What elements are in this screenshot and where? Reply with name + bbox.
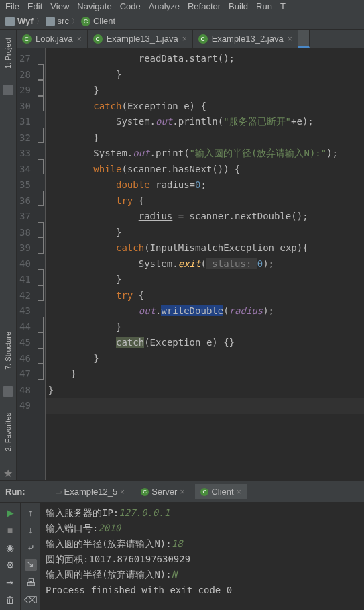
close-icon[interactable]: × xyxy=(237,487,241,497)
down-icon[interactable]: ↓ xyxy=(25,524,37,536)
print-icon[interactable]: 🖶 xyxy=(25,576,37,589)
trash-icon[interactable]: 🗑 xyxy=(4,594,16,606)
tab-example13-1[interactable]: C Example13_1.java × xyxy=(88,30,193,48)
tool-favorites[interactable]: 2: Favorites xyxy=(3,410,13,454)
tab-label: Look.java xyxy=(36,34,73,44)
close-icon[interactable]: × xyxy=(120,487,125,497)
scroll-icon[interactable]: ⇲ xyxy=(25,559,37,571)
class-icon: C xyxy=(22,34,32,44)
menu-analyze[interactable]: Analyze xyxy=(149,1,180,11)
console-output[interactable]: 输入服务器的IP:127.0.0.1输入端口号:2010输入圆的半径(放弃请输入… xyxy=(40,503,364,610)
left-sidebar: 1: Project 7: Structure 2: Favorites ★ xyxy=(0,30,17,480)
close-icon[interactable]: × xyxy=(182,34,187,44)
breadcrumb-project[interactable]: Wyf xyxy=(17,16,34,26)
star-icon[interactable]: ★ xyxy=(3,467,13,480)
run-tab-label: Example12_5 xyxy=(64,487,118,497)
run-panel: Run: ▭ Example12_5 × C Server × C Client… xyxy=(0,480,364,610)
run-tab-client[interactable]: C Client × xyxy=(195,484,246,499)
class-icon: C xyxy=(198,34,208,44)
close-icon[interactable]: × xyxy=(288,34,292,44)
menu-more[interactable]: T xyxy=(280,1,286,11)
menu-edit[interactable]: Edit xyxy=(27,1,42,11)
menu-navigate[interactable]: Navigate xyxy=(77,1,111,11)
tab-example13-2[interactable]: C Example13_2.java × xyxy=(193,30,298,48)
run-tab-server[interactable]: C Server × xyxy=(135,484,190,499)
folder-icon xyxy=(46,17,55,26)
run-title: Run: xyxy=(5,487,25,497)
code-content[interactable]: readData.start(); } } catch(Exception e)… xyxy=(46,48,364,480)
breadcrumb-class[interactable]: Client xyxy=(93,16,115,26)
pin-icon[interactable]: ⇥ xyxy=(4,576,16,589)
camera-icon[interactable]: ◉ xyxy=(4,542,16,554)
up-icon[interactable]: ↑ xyxy=(25,507,37,519)
rerun-button[interactable]: ▶ xyxy=(4,507,16,519)
settings-icon[interactable]: ⚙ xyxy=(4,559,16,571)
menu-run[interactable]: Run xyxy=(256,1,272,11)
class-icon: C xyxy=(81,17,90,26)
folder-tool-icon[interactable] xyxy=(3,85,13,95)
wrap-icon[interactable]: ⤶ xyxy=(25,542,37,554)
project-icon xyxy=(5,17,15,26)
breadcrumb: Wyf 〉 src 〉 C Client xyxy=(0,13,364,30)
code-editor[interactable]: 2728293031323334353637383940414243444546… xyxy=(17,48,364,480)
tab-overflow[interactable] xyxy=(298,30,310,48)
tab-label: Example13_2.java xyxy=(212,34,284,44)
chevron-icon: 〉 xyxy=(36,17,43,26)
tool-project[interactable]: 1: Project xyxy=(3,35,13,71)
run-toolbar-left: ▶ ■ ◉ ⚙ ⇥ 🗑 xyxy=(0,503,20,610)
fold-gutter[interactable] xyxy=(36,48,46,480)
structure-tool-icon[interactable] xyxy=(3,386,13,397)
menu-view[interactable]: View xyxy=(50,1,69,11)
breadcrumb-src[interactable]: src xyxy=(58,16,69,26)
close-icon[interactable]: × xyxy=(180,487,184,497)
menu-file[interactable]: File xyxy=(5,1,19,11)
tab-label: Example13_1.java xyxy=(107,34,178,44)
menu-build[interactable]: Build xyxy=(229,1,248,11)
run-tab-label: Client xyxy=(211,487,233,497)
close-icon[interactable]: × xyxy=(77,34,82,44)
class-icon: C xyxy=(93,34,103,44)
tab-look[interactable]: C Look.java × xyxy=(17,30,88,48)
chevron-icon: 〉 xyxy=(72,17,78,26)
line-numbers: 2728293031323334353637383940414243444546… xyxy=(17,48,36,480)
run-tab-example[interactable]: ▭ Example12_5 × xyxy=(50,484,131,499)
run-toolbar-right: ↑ ↓ ⤶ ⇲ 🖶 ⌫ xyxy=(20,503,40,610)
run-tab-label: Server xyxy=(151,487,177,497)
tool-structure[interactable]: 7: Structure xyxy=(3,329,13,372)
editor-tabs: C Look.java × C Example13_1.java × C Exa… xyxy=(17,30,364,48)
class-icon: C xyxy=(141,488,149,496)
menu-bar: File Edit View Navigate Code Analyze Ref… xyxy=(0,0,364,13)
stop-button[interactable]: ■ xyxy=(4,524,16,536)
clear-icon[interactable]: ⌫ xyxy=(25,594,37,606)
run-config-icon: ▭ xyxy=(55,487,62,496)
class-icon: C xyxy=(200,488,208,496)
run-header: Run: ▭ Example12_5 × C Server × C Client… xyxy=(0,481,364,503)
menu-refactor[interactable]: Refactor xyxy=(188,1,221,11)
menu-code[interactable]: Code xyxy=(120,1,141,11)
